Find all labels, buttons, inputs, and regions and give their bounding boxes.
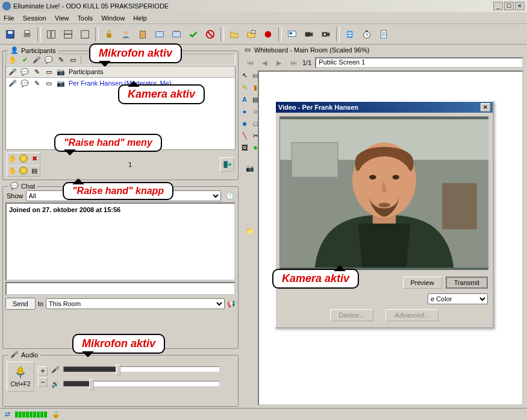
folder-tool[interactable]: 📁 xyxy=(245,226,255,236)
image-tool[interactable]: 🖼 xyxy=(240,143,249,152)
chat-log[interactable]: Joined on 27. oktober 2008 at 15:56 xyxy=(5,202,235,281)
to-select[interactable]: This Room xyxy=(46,298,225,309)
clear-status-button[interactable]: ✖ xyxy=(30,154,39,163)
web-button[interactable] xyxy=(342,27,358,42)
row-cam-icon: 📷 xyxy=(57,79,65,87)
line-tool[interactable]: ╲ xyxy=(240,131,249,140)
svg-rect-13 xyxy=(156,31,164,37)
svg-rect-5 xyxy=(51,30,55,38)
advanced-button[interactable]: Advanced... xyxy=(385,309,438,321)
file-button[interactable] xyxy=(376,27,391,42)
vol-up-button[interactable]: + xyxy=(38,366,48,376)
pen-icon[interactable]: ✎ xyxy=(57,55,65,64)
hand-icon[interactable]: ✋ xyxy=(8,55,17,64)
pointer-tool[interactable]: ↖ xyxy=(240,71,249,80)
screen-name[interactable]: Public Screen 1 xyxy=(315,57,523,68)
layout3-button[interactable] xyxy=(77,27,93,42)
tool-deny-button[interactable] xyxy=(202,27,218,42)
menu-view[interactable]: View xyxy=(55,14,69,22)
raise-hand2-button[interactable]: ✋ xyxy=(8,166,17,175)
mic-icon[interactable]: 🎤 xyxy=(33,55,41,64)
prev-page-button[interactable]: ◀ xyxy=(259,57,270,68)
row-chat-icon: 💬 xyxy=(20,79,29,87)
device-button[interactable]: Device... xyxy=(330,309,374,321)
close-button[interactable]: ✕ xyxy=(515,2,525,10)
save-button[interactable] xyxy=(2,27,18,42)
tool-lock-button[interactable] xyxy=(101,27,117,42)
tool-profile-button[interactable] xyxy=(118,27,134,42)
svg-point-11 xyxy=(124,31,127,34)
minimize-button[interactable]: _ xyxy=(493,2,503,10)
layout1-button[interactable] xyxy=(43,27,59,42)
pen-tool[interactable]: ✎ xyxy=(240,83,249,92)
svg-rect-16 xyxy=(252,30,255,33)
chat-input[interactable] xyxy=(5,282,235,295)
camera-tool[interactable]: 📷 xyxy=(245,163,255,173)
speaker-level-icon: 🔊 xyxy=(51,380,60,388)
annotation-cam-top: Kamera aktiv xyxy=(118,84,205,104)
vol-down-button[interactable]: − xyxy=(38,377,48,387)
send-button[interactable]: Send xyxy=(5,298,36,310)
chat-panel: 💬Chat Show All 🕐 Joined on 27. oktober 2… xyxy=(2,186,239,349)
tool-folder2-button[interactable] xyxy=(243,27,259,42)
leave-button[interactable] xyxy=(220,157,234,172)
filled-rect-tool[interactable]: ■ xyxy=(240,119,249,128)
raise-hand-button[interactable]: ✋ xyxy=(8,154,17,163)
layout2-button[interactable] xyxy=(60,27,76,42)
annotation-mic-top: Mikrofon aktiv xyxy=(89,43,182,63)
tool-folder-button[interactable] xyxy=(226,27,242,42)
row-mic-icon: 🎤 xyxy=(8,79,17,87)
filled-circle-tool[interactable]: ● xyxy=(240,107,249,116)
step-away-button[interactable]: ▤ xyxy=(30,166,39,175)
menubar: File Session View Tools Window Help xyxy=(0,12,527,24)
menu-session[interactable]: Session xyxy=(23,14,46,22)
last-page-button[interactable]: ⏭ xyxy=(288,57,299,68)
chat-log-entry: Joined on 27. oktober 2008 at 15:56 xyxy=(9,206,120,213)
appshare-button[interactable] xyxy=(284,27,300,42)
whiteboard-canvas[interactable]: Video - Per Frank Hansen ✕ xyxy=(258,71,523,406)
check-icon[interactable]: ✔ xyxy=(20,55,29,64)
menu-help[interactable]: Help xyxy=(133,14,147,22)
timer-button[interactable] xyxy=(359,27,375,42)
status-bar: ⇄ 🔒 xyxy=(0,408,527,420)
tool-paste-button[interactable] xyxy=(135,27,151,42)
preview-button[interactable]: Preview xyxy=(403,277,442,289)
happy-face-button[interactable] xyxy=(19,154,28,163)
col-pen-icon: ✎ xyxy=(33,67,41,76)
menu-tools[interactable]: Tools xyxy=(78,14,93,22)
speaker-level-bar[interactable] xyxy=(63,381,220,387)
announce-icon[interactable]: 📢 xyxy=(227,299,235,308)
video-window[interactable]: Video - Per Frank Hansen ✕ xyxy=(275,101,494,328)
video-close-button[interactable]: ✕ xyxy=(481,103,490,111)
connection-meter xyxy=(15,412,47,418)
menu-window[interactable]: Window xyxy=(101,14,125,22)
menu-file[interactable]: File xyxy=(4,14,14,22)
main-toolbar xyxy=(0,24,527,45)
first-page-button[interactable]: ⏮ xyxy=(245,57,255,68)
svg-rect-28 xyxy=(223,161,227,168)
video-button[interactable] xyxy=(301,27,317,42)
print-button[interactable] xyxy=(19,27,35,42)
next-page-button[interactable]: ▶ xyxy=(273,57,284,68)
row-pen-icon: ✎ xyxy=(33,79,41,87)
transmit-button[interactable]: Transmit xyxy=(446,277,488,289)
clock-icon[interactable]: 🕐 xyxy=(226,192,234,200)
sad-face-button[interactable] xyxy=(19,166,28,175)
tool-record-button[interactable] xyxy=(260,27,276,42)
svg-rect-7 xyxy=(64,34,72,38)
text-tool[interactable]: A xyxy=(240,95,249,104)
maximize-button[interactable]: ☐ xyxy=(504,2,514,10)
screen-icon[interactable]: ▭ xyxy=(69,55,77,64)
svg-point-9 xyxy=(107,30,110,33)
svg-point-36 xyxy=(378,202,390,207)
color-select[interactable]: e Color xyxy=(428,293,488,304)
tool-group2-button[interactable] xyxy=(169,27,184,42)
chat-icon[interactable]: 💬 xyxy=(45,55,53,64)
tool-group1-button[interactable] xyxy=(152,27,167,42)
tool-check-button[interactable] xyxy=(186,27,201,42)
video-titlebar[interactable]: Video - Per Frank Hansen ✕ xyxy=(276,102,493,113)
webcam-button[interactable] xyxy=(318,27,334,42)
talk-button[interactable]: Ctrl+F2 xyxy=(7,362,34,392)
mic-panel-icon: 🎤 xyxy=(10,351,19,359)
mic-level-bar[interactable] xyxy=(63,366,220,372)
